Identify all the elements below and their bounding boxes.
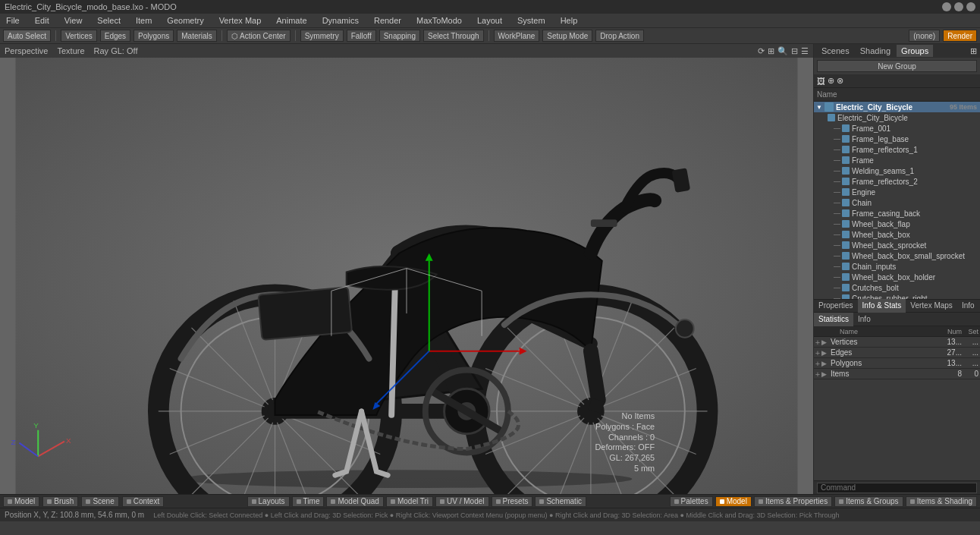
scene-icon-1[interactable]: 🖼 [817, 77, 825, 86]
layout-modelquad-btn[interactable]: Model Quad [326, 496, 383, 507]
list-item-9[interactable]: — Frame_casing_back [814, 208, 980, 219]
polygons-btn[interactable]: Polygons [133, 30, 174, 42]
menu-file[interactable]: File [3, 16, 23, 25]
scene-group-header[interactable]: ▼ Electric_City_Bicycle 95 Items [814, 102, 980, 112]
list-item-17[interactable]: — Crutches_rubber_right [814, 293, 980, 299]
drop-action-btn[interactable]: Drop Action [595, 30, 644, 42]
mode-brush-btn[interactable]: Brush [42, 496, 78, 507]
list-item-12[interactable]: — Wheel_back_sprocket [814, 240, 980, 250]
workplane-btn[interactable]: WorkPlane [494, 30, 540, 42]
list-item-2[interactable]: — Frame_leg_base [814, 134, 980, 144]
viewport-home-btn[interactable]: ⟳ [758, 46, 765, 56]
layout-layouts-btn[interactable]: Layouts [247, 496, 290, 507]
model-right-btn[interactable]: Model [715, 496, 752, 507]
list-item-13[interactable]: — Wheel_back_box_small_sprocket [814, 250, 980, 261]
window-controls[interactable] [942, 2, 975, 11]
viewport-maximize-btn[interactable]: ⊟ [791, 46, 798, 56]
menu-geometry[interactable]: Geometry [164, 16, 206, 25]
list-item-3[interactable]: — Frame_reflectors_1 [814, 144, 980, 155]
new-group-button[interactable]: New Group [817, 60, 977, 72]
materials-btn[interactable]: Materials [177, 30, 217, 42]
none-dropdown[interactable]: (none) [909, 30, 940, 42]
tab-properties[interactable]: Properties [814, 299, 858, 313]
items-groups-btn[interactable]: Items & Groups [834, 496, 903, 507]
perspective-label[interactable]: Perspective [5, 46, 48, 55]
list-item-16[interactable]: — Crutches_bolt [814, 282, 980, 293]
texture-label[interactable]: Texture [57, 46, 84, 55]
render-btn[interactable]: Render [943, 30, 977, 42]
mode-model-btn[interactable]: Model [3, 496, 39, 507]
action-center-btn[interactable]: ⬡ Action Center [227, 30, 291, 42]
layout-modeltri-btn[interactable]: Model Tri [386, 496, 433, 507]
viewport-zoom-btn[interactable]: 🔍 [777, 46, 788, 56]
auto-select-btn[interactable]: Auto Select [3, 30, 51, 42]
list-item-4[interactable]: — Frame [814, 155, 980, 165]
expand-right-icon[interactable]: ⊞ [970, 46, 977, 56]
snapping-btn[interactable]: Snapping [379, 30, 420, 42]
viewport-fit-btn[interactable]: ⊞ [768, 46, 774, 56]
menu-maxtomodo[interactable]: MaxToModo [413, 16, 465, 25]
list-item-1[interactable]: — Frame_001 [814, 123, 980, 134]
list-item-0[interactable]: Electric_City_Bicycle [814, 112, 980, 123]
statistics-tab[interactable]: Statistics [814, 313, 853, 326]
vertices-expand[interactable]: + [814, 338, 821, 347]
tab-groups[interactable]: Groups [897, 45, 933, 57]
select-through-btn[interactable]: Select Through [423, 30, 484, 42]
menu-select[interactable]: Select [94, 16, 124, 25]
viewport-settings-btn[interactable]: ☰ [801, 46, 809, 56]
maximize-btn[interactable] [954, 2, 963, 11]
list-item-8[interactable]: — Chain [814, 197, 980, 208]
layout-uvmodel-btn[interactable]: UV / Model [435, 496, 488, 507]
list-item-6[interactable]: — Frame_reflectors_2 [814, 176, 980, 187]
svg-text:X: X [66, 436, 71, 445]
list-item-7[interactable]: — Engine [814, 187, 980, 197]
list-item-10[interactable]: — Wheel_back_flap [814, 219, 980, 229]
layout-presets-btn[interactable]: Presets [492, 496, 533, 507]
viewport-content[interactable]: No Items Polygons : Face Channels : 0 De… [0, 58, 813, 494]
scene-icon-2[interactable]: ⊕ [828, 76, 834, 86]
close-btn[interactable] [966, 2, 975, 11]
mode-scene-btn[interactable]: Scene [81, 496, 118, 507]
menu-vertexmap[interactable]: Vertex Map [216, 16, 265, 25]
menu-view[interactable]: View [61, 16, 86, 25]
palettes-btn[interactable]: Palettes [670, 496, 713, 507]
tab-scenes[interactable]: Scenes [817, 45, 854, 57]
edges-expand[interactable]: + [814, 348, 821, 357]
layout-schematic-btn[interactable]: Schematic [535, 496, 586, 507]
items-properties-btn[interactable]: Items & Properties [754, 496, 832, 507]
menu-animate[interactable]: Animate [273, 16, 309, 25]
menu-dynamics[interactable]: Dynamics [319, 16, 362, 25]
list-item-15[interactable]: — Wheel_back_box_holder [814, 272, 980, 282]
command-input[interactable] [817, 483, 977, 493]
list-item-11[interactable]: — Wheel_back_box [814, 229, 980, 240]
menu-layout[interactable]: Layout [474, 16, 505, 25]
items-shading-btn[interactable]: Items & Shading [906, 496, 977, 507]
mode-context-btn[interactable]: Context [122, 496, 164, 507]
tab-vertex-maps[interactable]: Vertex Maps [906, 299, 957, 313]
setup-mode-btn[interactable]: Setup Mode [542, 30, 592, 42]
edges-btn[interactable]: Edges [100, 30, 130, 42]
group-expand-icon[interactable]: ▼ [815, 103, 823, 111]
tab-info[interactable]: Info [957, 299, 979, 313]
tab-info-stats[interactable]: Info & Stats [858, 299, 906, 313]
polygons-expand[interactable]: + [814, 359, 821, 368]
list-item-5[interactable]: — Welding_seams_1 [814, 165, 980, 176]
minimize-btn[interactable] [942, 2, 951, 11]
scene-list[interactable]: ▼ Electric_City_Bicycle 95 Items Electri… [814, 102, 980, 299]
raygl-label[interactable]: Ray GL: Off [94, 46, 138, 55]
layout-time-btn[interactable]: Time [292, 496, 325, 507]
scene-icon-3[interactable]: ⊗ [837, 76, 843, 86]
list-item-14[interactable]: — Chain_inputs [814, 261, 980, 272]
falloff-btn[interactable]: Falloff [347, 30, 376, 42]
menu-item[interactable]: Item [133, 16, 155, 25]
tab-shading[interactable]: Shading [856, 45, 895, 57]
items-expand[interactable]: + [814, 370, 821, 379]
info-tab[interactable]: Info [853, 313, 875, 326]
menu-edit[interactable]: Edit [32, 16, 52, 25]
vertices-btn[interactable]: Vertices [61, 30, 97, 42]
menu-help[interactable]: Help [558, 16, 581, 25]
menu-render[interactable]: Render [371, 16, 404, 25]
menu-system[interactable]: System [514, 16, 548, 25]
symmetry-btn[interactable]: Symmetry [300, 30, 344, 42]
viewport[interactable]: Perspective Texture Ray GL: Off ⟳ ⊞ 🔍 ⊟ … [0, 44, 813, 494]
